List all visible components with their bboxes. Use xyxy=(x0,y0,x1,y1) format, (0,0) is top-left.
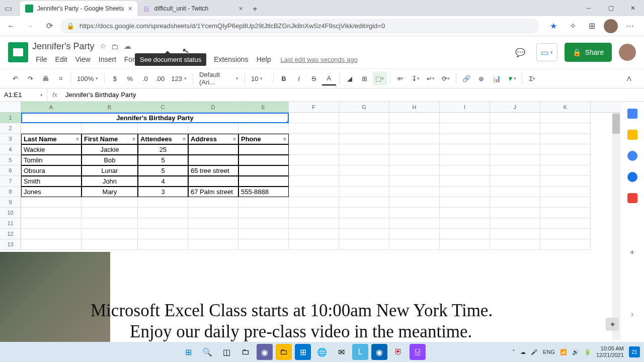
text-color-button[interactable]: A xyxy=(322,71,336,85)
cell[interactable] xyxy=(339,197,389,208)
cell[interactable] xyxy=(238,229,289,239)
cell[interactable] xyxy=(21,229,82,239)
cell[interactable] xyxy=(540,239,591,250)
cell[interactable] xyxy=(339,155,389,165)
comment-button[interactable]: ⊕ xyxy=(474,71,489,85)
cell[interactable] xyxy=(339,165,389,176)
menu-edit[interactable]: Edit xyxy=(52,54,71,64)
row-header[interactable]: 1 xyxy=(0,113,21,123)
onedrive-icon[interactable]: ☁ xyxy=(520,349,526,355)
functions-button[interactable]: Σ▾ xyxy=(525,71,539,85)
url-input[interactable]: 🔒 https://docs.google.com/spreadsheets/d… xyxy=(60,19,539,34)
tasks-icon[interactable] xyxy=(627,151,637,161)
cell[interactable] xyxy=(188,229,238,239)
cell[interactable] xyxy=(540,123,591,134)
cell[interactable] xyxy=(238,165,289,176)
cell[interactable] xyxy=(339,134,389,144)
cell[interactable] xyxy=(389,113,440,123)
task-view-icon[interactable]: ◫ xyxy=(218,344,234,360)
cell[interactable] xyxy=(238,239,289,250)
menu-file[interactable]: File xyxy=(32,54,51,64)
row-header[interactable]: 10 xyxy=(0,208,21,218)
hide-panel-icon[interactable]: › xyxy=(631,310,633,319)
cell[interactable] xyxy=(238,208,289,218)
cell[interactable] xyxy=(389,155,440,165)
present-button[interactable]: ▭▾ xyxy=(536,43,557,61)
cell[interactable] xyxy=(540,144,591,155)
currency-button[interactable]: $ xyxy=(108,71,122,85)
cell[interactable] xyxy=(339,144,389,155)
volume-icon[interactable]: 🔊 xyxy=(572,349,579,355)
language-icon[interactable]: ENG xyxy=(543,349,555,355)
cell[interactable] xyxy=(289,176,339,187)
cell[interactable] xyxy=(138,123,188,134)
row-header[interactable]: 11 xyxy=(0,218,21,229)
cell[interactable] xyxy=(289,218,339,229)
explorer-icon[interactable]: 🗀 xyxy=(237,344,254,360)
select-all-corner[interactable] xyxy=(0,102,21,112)
number-format-select[interactable]: 123▾ xyxy=(168,71,190,85)
cell[interactable] xyxy=(238,144,289,155)
row-header[interactable]: 8 xyxy=(0,187,21,197)
menu-icon[interactable]: ⋯ xyxy=(623,19,637,33)
cell[interactable] xyxy=(21,197,82,208)
mail-icon[interactable]: ✉ xyxy=(333,344,349,360)
filter-button[interactable]: ▼▾ xyxy=(505,71,519,85)
cell[interactable] xyxy=(188,218,238,229)
redo-button[interactable]: ↷ xyxy=(23,71,37,85)
filter-icon[interactable]: ≡ xyxy=(76,136,79,142)
cell[interactable] xyxy=(389,165,440,176)
close-icon[interactable]: × xyxy=(238,5,243,13)
link-button[interactable]: 🔗 xyxy=(459,71,473,85)
cell[interactable] xyxy=(490,176,540,187)
collapse-toolbar-button[interactable]: ᐱ xyxy=(622,71,636,85)
cell[interactable] xyxy=(339,187,389,197)
document-title[interactable]: Jennifer's Party xyxy=(32,41,95,52)
column-header[interactable]: I xyxy=(440,102,490,112)
cell[interactable] xyxy=(540,208,591,218)
decrease-decimal-button[interactable]: .0 xyxy=(138,71,152,85)
cell[interactable] xyxy=(21,208,82,218)
mcafee-icon[interactable]: ⛨ xyxy=(390,344,407,360)
column-header[interactable]: B xyxy=(82,102,138,112)
tray-chevron-icon[interactable]: ˄ xyxy=(512,349,515,355)
header-cell[interactable]: Phone≡ xyxy=(238,134,289,144)
cell[interactable]: Jones xyxy=(21,187,82,197)
cell[interactable]: Wackie xyxy=(21,144,82,155)
cell[interactable]: 555-8888 xyxy=(238,187,289,197)
cell[interactable] xyxy=(82,208,138,218)
cell[interactable] xyxy=(540,165,591,176)
cell[interactable] xyxy=(490,218,540,229)
star-icon[interactable]: ☆ xyxy=(100,42,106,51)
cell[interactable] xyxy=(289,155,339,165)
borders-button[interactable]: ⊞ xyxy=(358,71,372,85)
close-icon[interactable]: × xyxy=(128,5,132,13)
row-header[interactable]: 7 xyxy=(0,176,21,187)
column-header[interactable]: E xyxy=(238,102,289,112)
cell[interactable] xyxy=(540,134,591,144)
zoom-select[interactable]: 100%▾ xyxy=(74,71,101,85)
collections-icon[interactable]: ✧ xyxy=(566,19,580,33)
cell[interactable] xyxy=(440,197,490,208)
cell[interactable] xyxy=(540,176,591,187)
cell[interactable] xyxy=(440,239,490,250)
cell[interactable] xyxy=(440,229,490,239)
cell[interactable] xyxy=(138,208,188,218)
teams-icon[interactable]: ◉ xyxy=(257,344,273,360)
cell[interactable]: 67 Palm street xyxy=(188,187,238,197)
cell[interactable] xyxy=(490,134,540,144)
cell[interactable] xyxy=(389,218,440,229)
cell[interactable] xyxy=(540,187,591,197)
minimize-button[interactable]: ─ xyxy=(578,0,600,16)
formula-input[interactable]: Jennifer's Birthday Party xyxy=(62,91,644,99)
profile-avatar[interactable] xyxy=(604,19,618,33)
filter-icon[interactable]: ≡ xyxy=(233,136,236,142)
cell[interactable] xyxy=(440,155,490,165)
row-header[interactable]: 2 xyxy=(0,123,21,134)
user-avatar[interactable] xyxy=(619,44,636,61)
cell[interactable] xyxy=(389,229,440,239)
cell[interactable] xyxy=(490,155,540,165)
cell[interactable] xyxy=(138,197,188,208)
cell[interactable]: Bob xyxy=(82,155,138,165)
cell[interactable] xyxy=(289,113,339,123)
